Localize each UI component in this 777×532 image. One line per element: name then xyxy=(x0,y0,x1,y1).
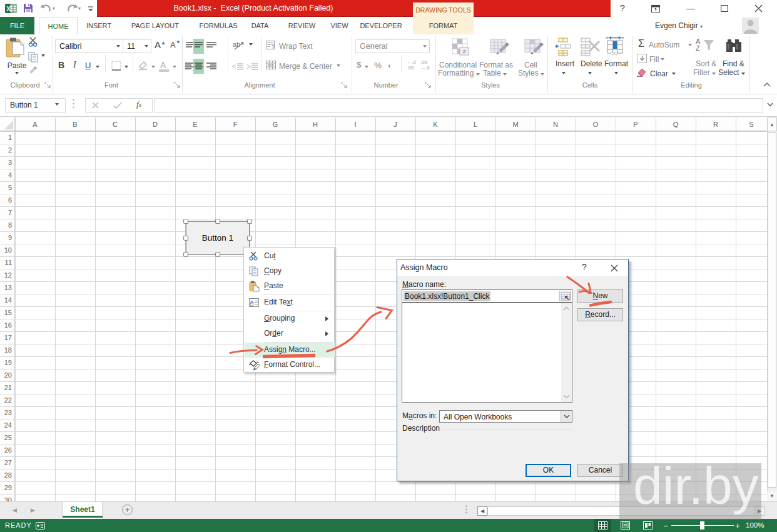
svg-text:ab: ab xyxy=(233,41,240,48)
svg-text:A: A xyxy=(250,299,254,306)
svg-text:X: X xyxy=(6,6,11,13)
svg-text:≠: ≠ xyxy=(462,48,466,55)
